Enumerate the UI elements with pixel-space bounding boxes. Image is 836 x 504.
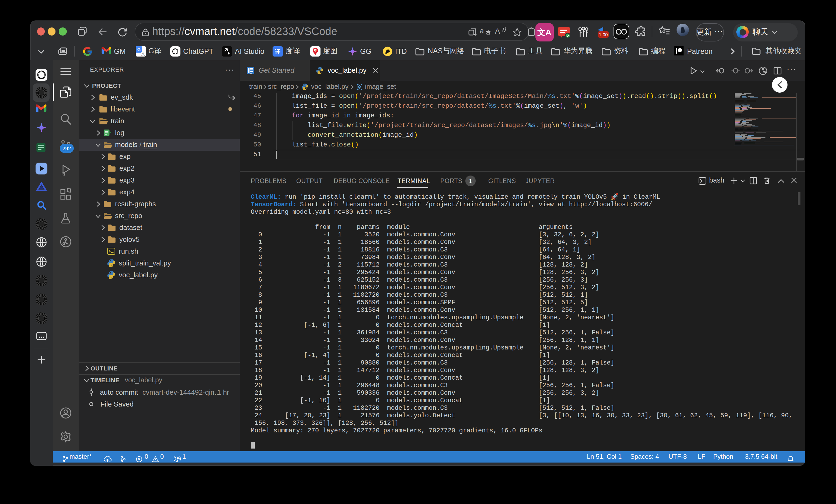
svg-text:du: du — [314, 49, 317, 52]
svg-text:译: 译 — [275, 48, 281, 54]
svg-text:G: G — [137, 47, 140, 52]
svg-text:1.00: 1.00 — [599, 32, 608, 37]
svg-text:文: 文 — [141, 52, 145, 56]
